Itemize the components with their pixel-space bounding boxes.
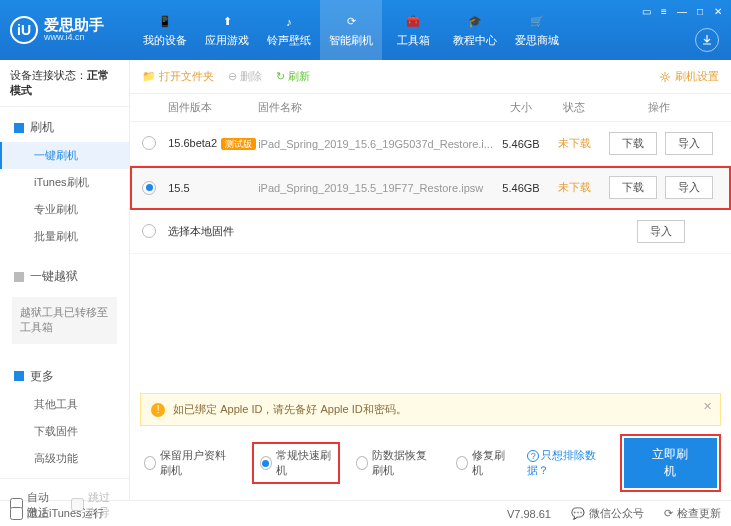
minimize-button[interactable]: — bbox=[675, 4, 689, 18]
app-url: www.i4.cn bbox=[44, 33, 104, 43]
firmware-version-0: 15.6beta2测试版 bbox=[168, 137, 258, 151]
side-head-1[interactable]: 一键越狱 bbox=[0, 262, 129, 291]
topnav-icon-4: 🧰 bbox=[404, 13, 422, 31]
warning-close-button[interactable]: ✕ bbox=[703, 400, 712, 413]
app-name: 爱思助手 bbox=[44, 17, 104, 34]
firmware-radio-1[interactable] bbox=[142, 181, 156, 195]
side-item-0-1[interactable]: iTunes刷机 bbox=[0, 169, 129, 196]
side-item-0-0[interactable]: 一键刷机 bbox=[0, 142, 129, 169]
topnav-icon-2: ♪ bbox=[280, 13, 298, 31]
gear-icon bbox=[659, 71, 671, 83]
topnav-1[interactable]: ⬆应用游戏 bbox=[196, 0, 258, 60]
side-head-0[interactable]: 刷机 bbox=[0, 113, 129, 142]
topnav-icon-5: 🎓 bbox=[466, 13, 484, 31]
refresh-button[interactable]: ↻ 刷新 bbox=[276, 69, 310, 84]
flash-option-radio-0[interactable] bbox=[144, 456, 156, 470]
appleid-warning: ! 如已绑定 Apple ID，请先备好 Apple ID和密码。 ✕ bbox=[140, 393, 721, 426]
topnav-4[interactable]: 🧰工具箱 bbox=[382, 0, 444, 60]
side-item-0-3[interactable]: 批量刷机 bbox=[0, 223, 129, 250]
side-head-2[interactable]: 更多 bbox=[0, 362, 129, 391]
maximize-button[interactable]: □ bbox=[693, 4, 707, 18]
flash-option-0[interactable]: 保留用户资料刷机 bbox=[144, 448, 235, 478]
close-button[interactable]: ✕ bbox=[711, 4, 725, 18]
flash-now-button[interactable]: 立即刷机 bbox=[624, 438, 717, 488]
delete-button[interactable]: ⊖ 删除 bbox=[228, 69, 262, 84]
side-note-1: 越狱工具已转移至工具箱 bbox=[12, 297, 117, 344]
side-item-0-2[interactable]: 专业刷机 bbox=[0, 196, 129, 223]
svg-point-0 bbox=[663, 75, 667, 79]
download-manager-button[interactable] bbox=[695, 28, 719, 52]
firmware-size-1: 5.46GB bbox=[493, 182, 549, 194]
col-name: 固件名称 bbox=[258, 100, 493, 115]
import-button-1[interactable]: 导入 bbox=[665, 176, 713, 199]
flash-option-radio-3[interactable] bbox=[456, 456, 468, 470]
version-label: V7.98.61 bbox=[507, 508, 551, 520]
topnav-2[interactable]: ♪铃声壁纸 bbox=[258, 0, 320, 60]
col-status: 状态 bbox=[549, 100, 599, 115]
topnav-6[interactable]: 🛒爱思商城 bbox=[506, 0, 568, 60]
flash-option-1[interactable]: 常规快速刷机 bbox=[254, 444, 338, 482]
download-button-1[interactable]: 下载 bbox=[609, 176, 657, 199]
topnav-0[interactable]: 📱我的设备 bbox=[134, 0, 196, 60]
import-button-0[interactable]: 导入 bbox=[665, 132, 713, 155]
side-head-icon bbox=[14, 123, 24, 133]
topnav-icon-3: ⟳ bbox=[342, 13, 360, 31]
menu-button[interactable]: ≡ bbox=[657, 4, 671, 18]
side-head-icon bbox=[14, 371, 24, 381]
firmware-radio-0[interactable] bbox=[142, 136, 156, 150]
import-local-button[interactable]: 导入 bbox=[637, 220, 685, 243]
block-itunes-label: 阻止iTunes运行 bbox=[27, 506, 104, 521]
side-item-2-2[interactable]: 高级功能 bbox=[0, 445, 129, 472]
open-folder-button[interactable]: 📁 打开文件夹 bbox=[142, 69, 214, 84]
wechat-link[interactable]: 💬 微信公众号 bbox=[571, 506, 644, 521]
side-item-2-0[interactable]: 其他工具 bbox=[0, 391, 129, 418]
flash-option-radio-1[interactable] bbox=[260, 456, 272, 470]
flash-option-3[interactable]: 修复刷机 bbox=[456, 448, 509, 478]
flash-option-radio-2[interactable] bbox=[356, 456, 368, 470]
firmware-row-0[interactable]: 15.6beta2测试版 iPad_Spring_2019_15.6_19G50… bbox=[130, 122, 731, 166]
conn-status-label: 设备连接状态： bbox=[10, 69, 87, 81]
firmware-size-0: 5.46GB bbox=[493, 138, 549, 150]
warning-icon: ! bbox=[151, 403, 165, 417]
firmware-name-1: iPad_Spring_2019_15.5_19F77_Restore.ipsw bbox=[258, 182, 493, 194]
side-head-icon bbox=[14, 272, 24, 282]
flash-option-2[interactable]: 防数据恢复刷机 bbox=[356, 448, 438, 478]
col-ops: 操作 bbox=[599, 100, 719, 115]
firmware-name-0: iPad_Spring_2019_15.6_19G5037d_Restore.i… bbox=[258, 138, 493, 150]
topnav-5[interactable]: 🎓教程中心 bbox=[444, 0, 506, 60]
exclude-data-link[interactable]: ?只想排除数据？ bbox=[527, 448, 605, 478]
firmware-version-1: 15.5 bbox=[168, 182, 258, 194]
topnav-icon-1: ⬆ bbox=[218, 13, 236, 31]
topnav-icon-6: 🛒 bbox=[528, 13, 546, 31]
col-size: 大小 bbox=[493, 100, 549, 115]
local-firmware-label: 选择本地固件 bbox=[168, 224, 599, 239]
download-button-0[interactable]: 下载 bbox=[609, 132, 657, 155]
app-logo-icon: iU bbox=[10, 16, 38, 44]
firmware-status-1: 未下载 bbox=[549, 180, 599, 195]
local-firmware-radio[interactable] bbox=[142, 224, 156, 238]
topnav-icon-0: 📱 bbox=[156, 13, 174, 31]
flash-settings-button[interactable]: 刷机设置 bbox=[659, 69, 719, 84]
side-item-2-1[interactable]: 下载固件 bbox=[0, 418, 129, 445]
block-itunes-checkbox[interactable] bbox=[10, 507, 23, 520]
firmware-row-1[interactable]: 15.5 iPad_Spring_2019_15.5_19F77_Restore… bbox=[130, 166, 731, 210]
topnav-3[interactable]: ⟳智能刷机 bbox=[320, 0, 382, 60]
firmware-status-0: 未下载 bbox=[549, 136, 599, 151]
skin-button[interactable]: ▭ bbox=[639, 4, 653, 18]
col-version: 固件版本 bbox=[168, 100, 258, 115]
check-update-link[interactable]: ⟳ 检查更新 bbox=[664, 506, 721, 521]
